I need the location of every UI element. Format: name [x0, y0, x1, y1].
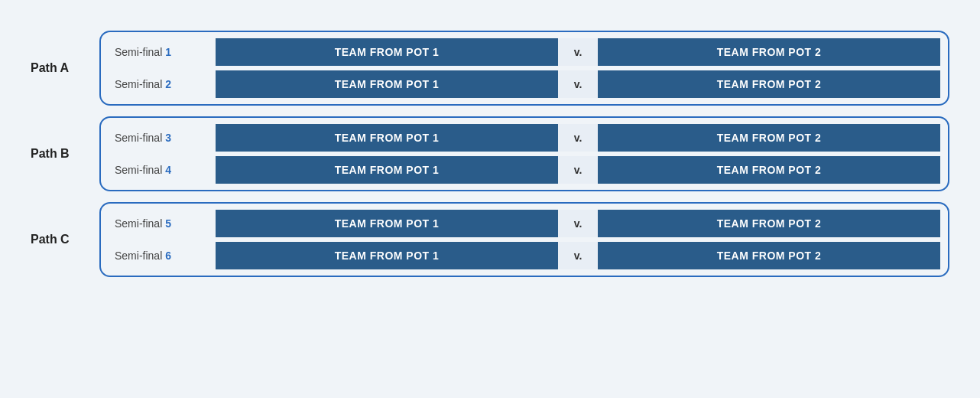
away-team-1: TEAM FROM POT 2 [598, 38, 940, 66]
home-team-6: TEAM FROM POT 1 [216, 242, 558, 269]
home-team-3: TEAM FROM POT 1 [216, 124, 558, 152]
match-row-2: Semi-final 2TEAM FROM POT 1v.TEAM FROM P… [109, 70, 940, 98]
match-row-4: Semi-final 4TEAM FROM POT 1v.TEAM FROM P… [109, 156, 940, 184]
vs-cell-3: v. [558, 124, 598, 152]
semifinal-label-4: Semi-final 4 [109, 164, 216, 176]
path-label-path-a: Path A [31, 61, 99, 75]
path-label-path-b: Path B [31, 147, 99, 161]
path-bracket-path-c: Semi-final 5TEAM FROM POT 1v.TEAM FROM P… [99, 202, 949, 277]
semifinal-label-6: Semi-final 6 [109, 250, 216, 262]
vs-cell-1: v. [558, 38, 598, 66]
semifinal-label-2: Semi-final 2 [109, 78, 216, 90]
path-row-path-b: Path BSemi-final 3TEAM FROM POT 1v.TEAM … [31, 116, 949, 191]
away-team-4: TEAM FROM POT 2 [598, 156, 940, 184]
vs-cell-2: v. [558, 70, 598, 98]
away-team-3: TEAM FROM POT 2 [598, 124, 940, 152]
match-row-6: Semi-final 6TEAM FROM POT 1v.TEAM FROM P… [109, 242, 940, 269]
semifinal-label-3: Semi-final 3 [109, 132, 216, 144]
vs-cell-4: v. [558, 156, 598, 184]
vs-cell-6: v. [558, 242, 598, 269]
path-row-path-a: Path ASemi-final 1TEAM FROM POT 1v.TEAM … [31, 31, 949, 106]
match-row-3: Semi-final 3TEAM FROM POT 1v.TEAM FROM P… [109, 124, 940, 152]
path-bracket-path-b: Semi-final 3TEAM FROM POT 1v.TEAM FROM P… [99, 116, 949, 191]
home-team-1: TEAM FROM POT 1 [216, 38, 558, 66]
home-team-5: TEAM FROM POT 1 [216, 210, 558, 237]
semifinal-label-1: Semi-final 1 [109, 46, 216, 58]
semifinal-label-5: Semi-final 5 [109, 217, 216, 230]
vs-cell-5: v. [558, 210, 598, 237]
home-team-2: TEAM FROM POT 1 [216, 70, 558, 98]
path-label-path-c: Path C [31, 233, 99, 246]
paths-container: Path ASemi-final 1TEAM FROM POT 1v.TEAM … [31, 31, 949, 288]
match-row-1: Semi-final 1TEAM FROM POT 1v.TEAM FROM P… [109, 38, 940, 66]
path-row-path-c: Path CSemi-final 5TEAM FROM POT 1v.TEAM … [31, 202, 949, 277]
away-team-6: TEAM FROM POT 2 [598, 242, 940, 269]
main-container: Path ASemi-final 1TEAM FROM POT 1v.TEAM … [0, 0, 980, 398]
away-team-5: TEAM FROM POT 2 [598, 210, 940, 237]
path-bracket-path-a: Semi-final 1TEAM FROM POT 1v.TEAM FROM P… [99, 31, 949, 106]
home-team-4: TEAM FROM POT 1 [216, 156, 558, 184]
away-team-2: TEAM FROM POT 2 [598, 70, 940, 98]
match-row-5: Semi-final 5TEAM FROM POT 1v.TEAM FROM P… [109, 210, 940, 237]
